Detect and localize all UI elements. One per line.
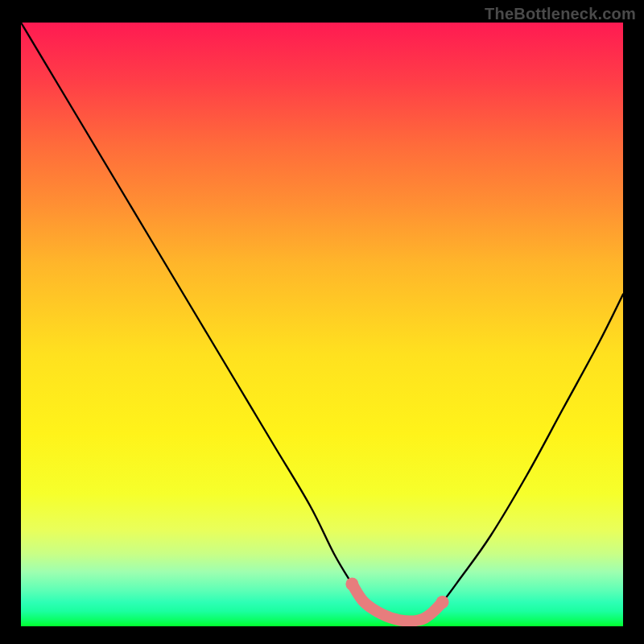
optimal-endpoint-dot: [345, 578, 358, 591]
optimal-zone-overlay: [352, 584, 442, 621]
watermark-text: TheBottleneck.com: [485, 5, 636, 23]
optimal-endpoint-dot: [436, 596, 449, 609]
chart-container: TheBottleneck.com: [0, 0, 644, 644]
plot-area: [21, 23, 623, 626]
bottleneck-curve: [21, 23, 623, 621]
chart-svg: [21, 23, 623, 626]
